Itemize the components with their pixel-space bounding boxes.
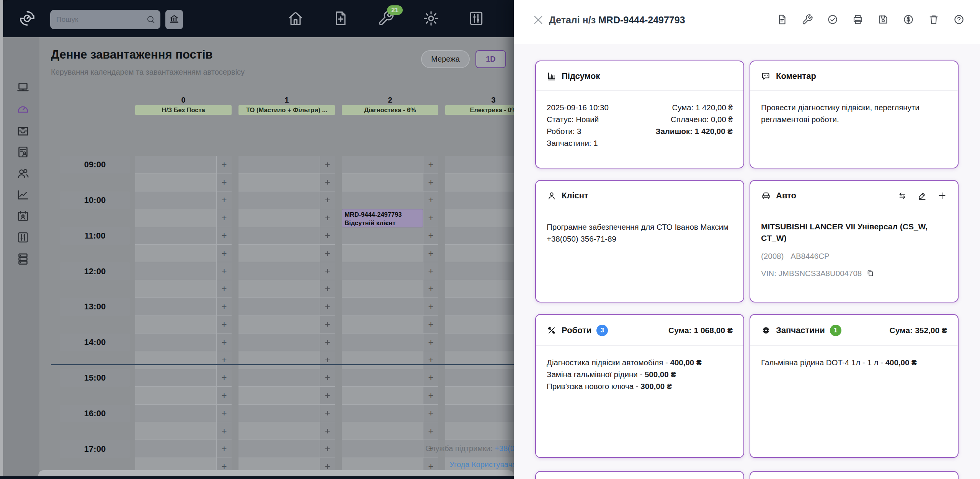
time-slot-cell: + [135,173,232,191]
close-icon[interactable] [531,13,545,27]
slot-add-button[interactable]: + [320,369,335,386]
edit-car-icon[interactable] [917,191,927,201]
slot-add-button[interactable]: + [216,369,232,386]
sidebar-item-analytics[interactable] [15,187,31,204]
slot-add-button[interactable]: + [320,227,335,244]
user-agreement-link[interactable]: Угода Користувача [449,460,516,469]
slot-add-button[interactable]: + [423,280,438,298]
slot-add-button[interactable]: + [423,422,438,440]
slot-add-button[interactable]: + [320,191,335,209]
search-input[interactable] [50,10,160,29]
day-view-button[interactable]: 1D [475,50,506,68]
slot-add-button[interactable]: + [216,298,232,315]
slot-add-button[interactable]: + [320,316,335,333]
time-slot-cell: + [238,405,335,422]
slot-add-button[interactable]: + [423,298,438,315]
slot-add-button[interactable]: + [423,351,438,368]
help-button[interactable] [953,14,965,25]
sidebar-item-clients[interactable] [15,165,31,182]
slot-add-button[interactable]: + [216,262,232,280]
complete-button[interactable] [827,14,838,25]
slot-add-button[interactable]: + [320,334,335,351]
slot-add-button[interactable]: + [423,405,438,422]
copy-vin-icon[interactable] [866,269,875,278]
add-car-icon[interactable] [937,191,947,201]
branch-button[interactable] [165,10,183,29]
print-button[interactable] [852,14,864,25]
slot-add-button[interactable]: + [320,245,335,262]
time-slot-cell: + [238,280,335,298]
calendar-person-icon [16,219,30,224]
works-card: Роботи 3 Сума: 1 068,00 ₴ Діагностика пі… [535,314,744,458]
slot-add-button[interactable]: + [423,245,438,262]
sidebar-item-work-order[interactable] [15,144,31,161]
slot-add-button[interactable]: + [216,387,232,404]
slot-add-button[interactable]: + [216,440,232,457]
works-sum: Сума: 1 068,00 ₴ [668,326,733,335]
time-slot-cell: + [342,156,438,173]
sidebar-item-adjustments[interactable] [15,229,31,246]
slot-add-button[interactable]: + [423,227,438,244]
client-info: Програмне забезпечення для СТО Іванов Ма… [536,210,743,254]
slot-add-button[interactable]: + [320,422,335,440]
slot-add-button[interactable]: + [423,209,438,226]
delete-button[interactable] [928,14,939,25]
slot-add-button[interactable]: + [320,173,335,191]
slot-add-button[interactable]: + [320,405,335,422]
slot-add-button[interactable]: + [216,280,232,298]
calendar-event[interactable]: MRD-9444-2497793Відсутній клієнт [342,209,423,227]
repair-button[interactable] [802,14,813,25]
slot-add-button[interactable]: + [423,173,438,191]
slot-add-button[interactable]: + [423,262,438,280]
save-button[interactable] [877,14,889,25]
schedule-grid: 0Н/З Без Поста1ТО (Мастило + Фільтри) ..… [39,95,514,477]
swap-car-icon[interactable] [897,191,907,201]
slot-add-button[interactable]: + [216,191,232,209]
time-slot-cell: + [135,227,232,245]
slot-add-button[interactable]: + [216,422,232,440]
sidebar-item-storage[interactable] [15,251,31,268]
settings-button[interactable] [423,10,439,27]
sidebar-item-inbox[interactable] [15,123,31,140]
slot-add-button[interactable]: + [320,351,335,368]
time-slot-cell: + [342,191,438,209]
slot-add-button[interactable]: + [320,298,335,315]
slot-add-button[interactable]: + [320,262,335,280]
sidebar-item-calendar-person[interactable] [15,208,31,225]
sidebar-item-laptop[interactable] [15,79,31,96]
new-order-button[interactable] [332,10,349,27]
slot-add-button[interactable]: + [216,209,232,226]
slot-add-button[interactable]: + [423,191,438,209]
panel-button[interactable] [468,10,485,27]
sidebar-item-speedometer[interactable] [15,101,31,118]
time-slot-cell: + [342,316,438,334]
time-slot-cell: + [342,173,438,191]
slot-add-button[interactable]: + [216,173,232,191]
slot-add-button[interactable]: + [216,334,232,351]
home-button[interactable] [287,10,304,27]
slot-add-button[interactable]: + [216,316,232,333]
print-document-button[interactable] [776,14,788,25]
slot-add-button[interactable]: + [216,351,232,368]
analytics-icon [16,197,30,203]
time-slot-cell: + [238,422,335,440]
repairs-button[interactable]: 21 [377,10,394,27]
slot-add-button[interactable]: + [423,156,438,173]
slot-add-button[interactable]: + [423,334,438,351]
slot-add-button[interactable]: + [423,369,438,386]
network-button[interactable]: Мережа [421,50,470,68]
payment-button[interactable] [903,14,914,25]
slot-add-button[interactable]: + [320,280,335,298]
slot-add-button[interactable]: + [320,209,335,226]
slot-add-button[interactable]: + [216,227,232,244]
global-search [50,10,160,29]
slot-add-button[interactable]: + [216,405,232,422]
slot-add-button[interactable]: + [320,387,335,404]
summary-chart-icon [547,71,557,81]
slot-add-button[interactable]: + [216,156,232,173]
slot-add-button[interactable]: + [320,156,335,173]
check-circle-icon [827,21,838,26]
slot-add-button[interactable]: + [423,387,438,404]
slot-add-button[interactable]: + [423,316,438,333]
slot-add-button[interactable]: + [216,245,232,262]
